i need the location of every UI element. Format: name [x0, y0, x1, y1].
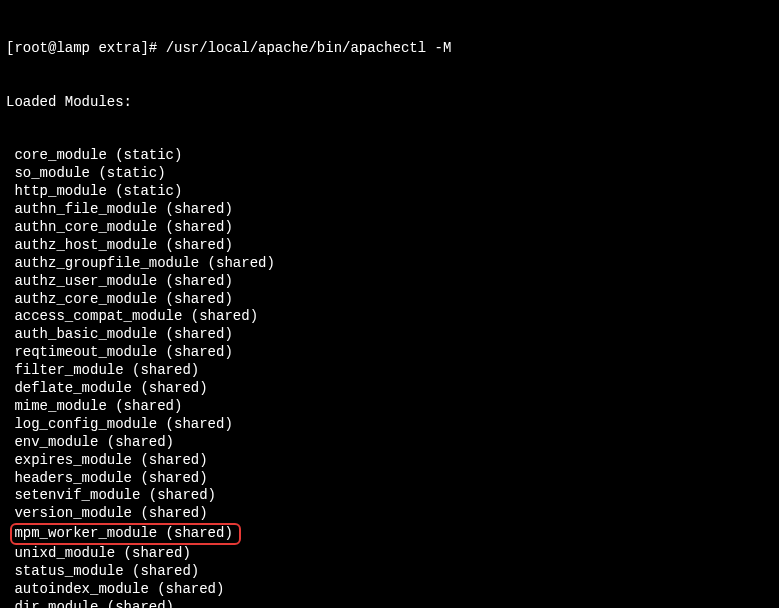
- module-entry: authn_core_module (shared): [14, 219, 773, 237]
- module-entry: unixd_module (shared): [14, 545, 773, 563]
- module-entry: setenvif_module (shared): [14, 487, 773, 505]
- module-entry: log_config_module (shared): [14, 416, 773, 434]
- module-entry: mpm_worker_module (shared): [14, 523, 773, 545]
- module-entry: core_module (static): [14, 147, 773, 165]
- module-entry: authz_core_module (shared): [14, 291, 773, 309]
- loaded-modules-header: Loaded Modules:: [6, 94, 773, 112]
- module-entry: authn_file_module (shared): [14, 201, 773, 219]
- module-entry: version_module (shared): [14, 505, 773, 523]
- module-entry: access_compat_module (shared): [14, 308, 773, 326]
- module-entry: reqtimeout_module (shared): [14, 344, 773, 362]
- module-entry: auth_basic_module (shared): [14, 326, 773, 344]
- module-entry: expires_module (shared): [14, 452, 773, 470]
- highlighted-module: mpm_worker_module (shared): [10, 523, 240, 545]
- command-text: /usr/local/apache/bin/apachectl -M: [166, 40, 452, 56]
- modules-list: core_module (static)so_module (static)ht…: [6, 147, 773, 608]
- terminal-output[interactable]: [root@lamp extra]# /usr/local/apache/bin…: [0, 0, 779, 608]
- module-entry: filter_module (shared): [14, 362, 773, 380]
- module-entry: env_module (shared): [14, 434, 773, 452]
- module-entry: http_module (static): [14, 183, 773, 201]
- module-entry: authz_groupfile_module (shared): [14, 255, 773, 273]
- module-entry: status_module (shared): [14, 563, 773, 581]
- module-entry: deflate_module (shared): [14, 380, 773, 398]
- module-entry: mime_module (shared): [14, 398, 773, 416]
- module-entry: authz_host_module (shared): [14, 237, 773, 255]
- module-entry: headers_module (shared): [14, 470, 773, 488]
- module-entry: dir_module (shared): [14, 599, 773, 608]
- command-line: [root@lamp extra]# /usr/local/apache/bin…: [6, 40, 773, 58]
- prompt-user: [root@lamp extra]#: [6, 40, 157, 56]
- module-entry: so_module (static): [14, 165, 773, 183]
- module-entry: autoindex_module (shared): [14, 581, 773, 599]
- module-entry: authz_user_module (shared): [14, 273, 773, 291]
